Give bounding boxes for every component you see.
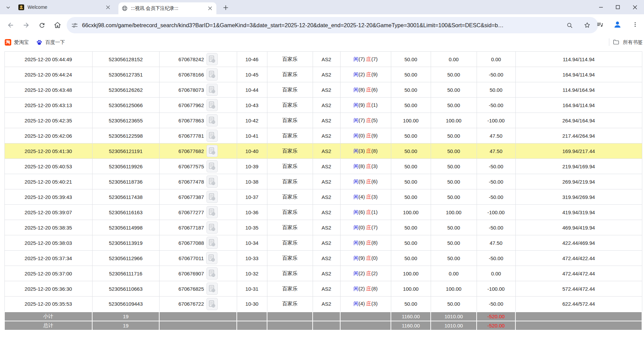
banker-label: 庄 — [366, 286, 371, 291]
video-record-button[interactable] — [207, 99, 218, 111]
table-row[interactable]: 2025-12-20 05:42:35523056123655670677863… — [4, 113, 642, 128]
menu-kebab-icon[interactable] — [629, 18, 641, 31]
minimize-icon[interactable] — [592, 0, 609, 14]
cell-bet-amount[interactable]: 50.00 — [391, 82, 431, 98]
table-row[interactable]: 2025-12-20 05:37:00523056111716670676907… — [4, 266, 642, 281]
tab-close-icon[interactable] — [207, 5, 213, 12]
player-label: 闲 — [353, 209, 359, 215]
cell-winloss: -50.00 — [477, 159, 515, 174]
cell-bet-amount[interactable]: 50.00 — [391, 98, 431, 113]
game-id-text: 670676825 — [178, 286, 204, 292]
video-record-button[interactable] — [207, 267, 218, 280]
cell-bet-amount[interactable]: 100.00 — [391, 113, 431, 128]
cell-bet-amount[interactable]: 50.00 — [391, 143, 431, 159]
player-points: (4) — [359, 301, 365, 306]
video-record-button[interactable] — [207, 145, 218, 157]
subtotal-row: 小计191160.001010.00-520.00 — [4, 312, 642, 321]
cell-bet-amount[interactable]: 50.00 — [391, 235, 431, 251]
media-queue-icon[interactable] — [594, 18, 606, 31]
video-record-button[interactable] — [207, 191, 218, 203]
video-record-button[interactable] — [207, 53, 218, 65]
player-label: 闲 — [353, 117, 359, 123]
bookmark-label: 百度一下 — [45, 39, 65, 46]
cell-bet-amount[interactable]: 100.00 — [391, 266, 431, 281]
table-row[interactable]: 2025-12-20 05:35:53523056109443670676722… — [4, 297, 642, 312]
video-record-button[interactable] — [207, 237, 218, 249]
table-row[interactable]: 2025-12-20 05:39:07523056116163670677277… — [4, 205, 642, 220]
video-record-button[interactable] — [207, 283, 218, 295]
tab-welcome[interactable]: Welcome — [15, 0, 114, 14]
player-label: 闲 — [353, 301, 359, 306]
profile-avatar[interactable] — [611, 18, 624, 31]
cell-bet-amount[interactable]: 50.00 — [391, 67, 431, 82]
banker-label: 庄 — [366, 133, 371, 138]
site-settings-tune-icon[interactable] — [71, 22, 78, 29]
bookmark-baidu[interactable]: 百度一下 — [36, 36, 65, 48]
table-row[interactable]: 2025-12-20 05:40:53523056119926670677575… — [4, 159, 642, 174]
tab-close-icon[interactable] — [105, 4, 111, 10]
video-record-button[interactable] — [207, 221, 218, 234]
cell-bet-amount[interactable]: 50.00 — [391, 220, 431, 235]
summary-balance — [515, 312, 642, 321]
table-row[interactable]: 2025-12-20 05:40:21523056118736670677478… — [4, 174, 642, 189]
table-row[interactable]: 2025-12-20 05:44:49523056128152670678242… — [4, 52, 642, 67]
url-text[interactable]: 66cxkj98.com/game/betrecord_search/kind3… — [82, 22, 561, 29]
cell-bet-amount[interactable]: 50.00 — [391, 174, 431, 189]
cell-bet-amount[interactable]: 50.00 — [391, 251, 431, 266]
tab-list-chevron-down-icon[interactable] — [4, 3, 12, 12]
table-row[interactable]: 2025-12-20 05:43:48523056126262670678073… — [4, 82, 642, 98]
video-record-button[interactable] — [206, 252, 217, 264]
cell-winloss: -100.00 — [477, 281, 515, 297]
total-row: 总计191160.001010.00-520.00 — [4, 321, 642, 330]
table-row[interactable]: 2025-12-20 05:37:34523056112966670677011… — [4, 251, 642, 266]
maximize-icon[interactable] — [609, 0, 626, 14]
cell-bet-content: 闲(8) 庄(3) — [340, 159, 391, 174]
table-row[interactable]: 2025-12-20 05:41:30523056121191670677682… — [4, 143, 642, 159]
cell-bet-amount[interactable]: 50.00 — [391, 159, 431, 174]
forward-icon[interactable] — [20, 19, 33, 32]
video-record-button[interactable] — [207, 298, 218, 310]
video-record-button[interactable] — [207, 160, 218, 172]
cell-winloss: -50.00 — [477, 98, 515, 113]
table-row[interactable]: 2025-12-20 05:36:30523056110663670676825… — [4, 281, 642, 297]
window-close-icon[interactable] — [626, 0, 643, 14]
table-row[interactable]: 2025-12-20 05:42:06523056122598670677781… — [4, 128, 642, 143]
table-row[interactable]: 2025-12-20 05:38:35523056114998670677187… — [4, 220, 642, 235]
cell-game-id: 670677863 — [159, 113, 237, 128]
video-record-button[interactable] — [207, 68, 218, 81]
video-record-button[interactable] — [207, 130, 218, 142]
bookmark-star-icon[interactable] — [581, 19, 593, 31]
all-bookmarks[interactable]: 所有书签 — [609, 36, 643, 48]
video-record-button[interactable] — [207, 175, 218, 188]
new-tab-plus-icon[interactable] — [221, 3, 230, 12]
cell-bet-amount[interactable]: 100.00 — [391, 281, 431, 297]
bet-records-table: 2025-12-20 05:44:49523056128152670678242… — [4, 51, 642, 331]
reload-icon[interactable] — [35, 19, 48, 32]
game-id-text: 670677962 — [178, 102, 204, 108]
table-row[interactable]: 2025-12-20 05:39:43523056117438670677387… — [4, 189, 642, 205]
cell-bet-amount[interactable]: 50.00 — [391, 189, 431, 205]
video-record-button[interactable] — [207, 84, 218, 96]
banker-points: (8) — [371, 240, 378, 246]
zoom-magnifier-icon[interactable] — [563, 19, 576, 31]
cell-bet-amount[interactable]: 100.00 — [391, 205, 431, 220]
table-row[interactable]: 2025-12-20 05:43:13523056125066670677962… — [4, 98, 642, 113]
home-icon[interactable] — [51, 19, 64, 32]
game-id-text: 670678242 — [178, 56, 204, 62]
tab-bet-records[interactable]: :::视讯 会员下注纪录::: — [118, 2, 216, 14]
cell-bet-amount[interactable]: 50.00 — [391, 52, 431, 67]
video-record-button[interactable] — [207, 114, 218, 126]
cell-bet-id: 523056117438 — [92, 189, 159, 205]
back-icon[interactable] — [4, 19, 17, 32]
player-points: (6) — [359, 209, 365, 215]
url-bar[interactable]: 66cxkj98.com/game/betrecord_search/kind3… — [67, 17, 598, 33]
bookmark-taobao[interactable]: 淘 爱淘宝 — [5, 36, 29, 48]
table-row[interactable]: 2025-12-20 05:44:24523056127351670678166… — [4, 67, 642, 82]
cell-account: AS2 — [313, 113, 340, 128]
cell-bet-amount[interactable]: 50.00 — [391, 297, 431, 312]
table-row[interactable]: 2025-12-20 05:38:03523056113919670677088… — [4, 235, 642, 251]
banker-label: 庄 — [366, 209, 371, 215]
cell-valid-amount: 50.00 — [431, 235, 477, 251]
video-record-button[interactable] — [207, 206, 218, 218]
cell-bet-amount[interactable]: 50.00 — [391, 128, 431, 143]
